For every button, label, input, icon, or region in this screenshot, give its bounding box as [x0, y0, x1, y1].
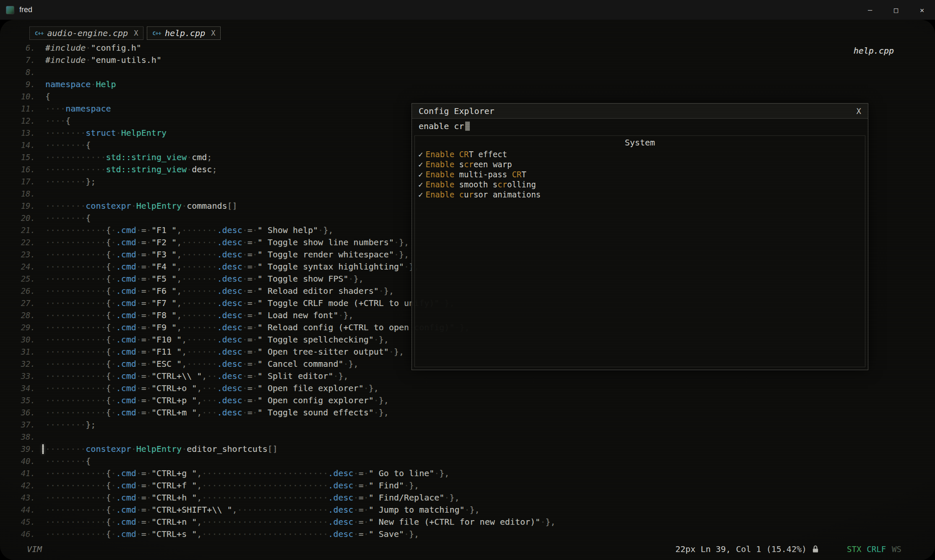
close-button[interactable]: ✕ [909, 0, 935, 20]
line-number: 12. [0, 115, 35, 127]
match-highlight-text: Enable [425, 190, 454, 199]
vim-mode-indicator: VIM [27, 544, 42, 554]
option-label-text: T [521, 170, 526, 179]
code-line-42[interactable]: 42.············{·.cmd·=·"CTRL+f ",······… [0, 480, 935, 492]
code-line-40[interactable]: 40.········{ [0, 455, 935, 467]
checkbox-checked-icon[interactable]: ✓ [418, 170, 423, 179]
code-text: ········{ [45, 213, 91, 223]
code-line-8[interactable]: 8. [0, 66, 935, 78]
editor-caret [42, 444, 44, 454]
line-number: 18. [0, 188, 35, 200]
line-number: 17. [0, 176, 35, 188]
code-line-7[interactable]: 7.#include·"enum-utils.h" [0, 54, 935, 66]
titlebar: fred — □ ✕ [0, 0, 935, 20]
line-number: 9. [0, 78, 35, 91]
line-number: 16. [0, 163, 35, 176]
match-highlight-text: cr [464, 160, 474, 169]
code-text: ············{·.cmd·=·"F6 ",·······.desc·… [45, 286, 394, 296]
line-number: 31. [0, 346, 35, 358]
config-option-row[interactable]: ✓Enable screen warp [418, 159, 865, 169]
line-number: 36. [0, 407, 35, 419]
option-label-text: smooth s [454, 180, 497, 189]
match-highlight-text: c [459, 190, 464, 199]
match-highlight-text: CR [512, 170, 521, 179]
tab-close-button[interactable]: X [211, 29, 215, 37]
config-items-list: ✓Enable CRT effect✓Enable screen warp✓En… [415, 149, 865, 200]
line-number: 41. [0, 467, 35, 480]
cpp-file-icon: C++ [35, 30, 43, 36]
config-search-input[interactable]: enable cr [412, 119, 868, 134]
code-line-45[interactable]: 45.············{·.cmd·=·"CTRL+n ",······… [0, 516, 935, 528]
code-line-9[interactable]: 9.namespace·Help [0, 78, 935, 91]
line-number: 33. [0, 370, 35, 382]
code-text: ············{·.cmd·=·"F4 ",·······.desc·… [45, 262, 419, 272]
status-flag-stx[interactable]: STX [847, 544, 861, 554]
status-flag-crlf[interactable]: CRLF [867, 544, 886, 554]
line-number: 34. [0, 382, 35, 394]
popup-close-button[interactable]: X [857, 106, 861, 116]
option-label-text: een warp [474, 160, 512, 169]
checkbox-checked-icon[interactable]: ✓ [418, 160, 423, 169]
line-number: 14. [0, 139, 35, 151]
code-text: ············{·.cmd·=·"F11 ",······.desc·… [45, 347, 404, 357]
code-line-34[interactable]: 34.············{·.cmd·=·"CTRL+o ",···.de… [0, 382, 935, 394]
line-number: 30. [0, 334, 35, 346]
match-highlight-text: Enable [425, 180, 454, 189]
config-explorer-popup: Config Explorer X enable cr System ✓Enab… [412, 103, 868, 370]
line-number: 13. [0, 127, 35, 139]
checkbox-checked-icon[interactable]: ✓ [418, 180, 423, 189]
status-position: 22px Ln 39, Col 1 (15.42%) [675, 544, 807, 554]
code-line-37[interactable]: 37.········}; [0, 419, 935, 431]
option-label-text: sor animations [474, 190, 541, 199]
config-option-row[interactable]: ✓Enable multi-pass CRT [418, 169, 865, 179]
code-line-6[interactable]: 6.#include·"config.h" [0, 42, 935, 54]
code-line-41[interactable]: 41.············{·.cmd·=·"CTRL+g ",······… [0, 467, 935, 480]
tab-close-button[interactable]: X [134, 29, 138, 37]
code-text: ············{·.cmd·=·"F10 ",······.desc·… [45, 334, 389, 345]
line-number: 6. [0, 42, 35, 54]
code-line-43[interactable]: 43.············{·.cmd·=·"CTRL+h ",······… [0, 492, 935, 504]
code-text: ····{ [45, 116, 70, 126]
tab-bar: C++audio-engine.cppXC++help.cppX [29, 26, 221, 40]
code-line-35[interactable]: 35.············{·.cmd·=·"CTRL+p ",···.de… [0, 394, 935, 407]
line-number: 45. [0, 516, 35, 528]
option-label-text: s [454, 160, 464, 169]
status-flag-ws[interactable]: WS [892, 544, 901, 554]
code-line-44[interactable]: 44.············{·.cmd·=·"CTRL+SHIFT+\\ "… [0, 504, 935, 516]
checkbox-checked-icon[interactable]: ✓ [418, 150, 423, 159]
maximize-button[interactable]: □ [883, 0, 909, 20]
line-number: 24. [0, 261, 35, 273]
line-number: 20. [0, 212, 35, 224]
text-cursor-block [465, 122, 470, 131]
code-text: ········constexpr·HelpEntry·commands[] [45, 201, 237, 211]
config-option-row[interactable]: ✓Enable cursor animations [418, 189, 865, 200]
line-number: 19. [0, 200, 35, 212]
minimize-button[interactable]: — [857, 0, 883, 20]
code-line-10[interactable]: 10.{ [0, 91, 935, 103]
code-text: ············{·.cmd·=·"F5 ",·······.desc·… [45, 274, 364, 284]
code-line-36[interactable]: 36.············{·.cmd·=·"CTRL+m ",···.de… [0, 407, 935, 419]
config-option-row[interactable]: ✓Enable CRT effect [418, 149, 865, 159]
code-text: ········struct·HelpEntry [45, 128, 167, 138]
config-option-row[interactable]: ✓Enable smooth scrolling [418, 179, 865, 189]
line-number: 11. [0, 103, 35, 115]
code-line-46[interactable]: 46.············{·.cmd·=·"CTRL+s ",······… [0, 528, 935, 540]
tab-audio-engine.cpp[interactable]: C++audio-engine.cppX [29, 26, 143, 40]
code-line-39[interactable]: 39.········constexpr·HelpEntry·editor_sh… [0, 443, 935, 455]
code-text: ············std::string_view·desc; [45, 164, 217, 174]
code-line-38[interactable]: 38. [0, 431, 935, 443]
match-highlight-text: r [469, 190, 473, 199]
line-number: 22. [0, 236, 35, 249]
option-label-text: olling [507, 180, 536, 189]
match-highlight-text: cr [497, 180, 507, 189]
code-line-33[interactable]: 33.············{·.cmd·=·"CTRL+\\ ",··.de… [0, 370, 935, 382]
code-text: ············{·.cmd·=·"F1 ",·······.desc·… [45, 225, 333, 235]
tab-help.cpp[interactable]: C++help.cppX [147, 26, 221, 40]
line-number: 32. [0, 358, 35, 370]
code-text: ········}; [45, 420, 96, 430]
code-text: ············{·.cmd·=·"CTRL+SHIFT+\\ ",··… [45, 505, 480, 515]
checkbox-checked-icon[interactable]: ✓ [418, 190, 423, 199]
line-number: 8. [0, 66, 35, 78]
app-icon [6, 6, 14, 14]
window-controls: — □ ✕ [857, 0, 935, 20]
